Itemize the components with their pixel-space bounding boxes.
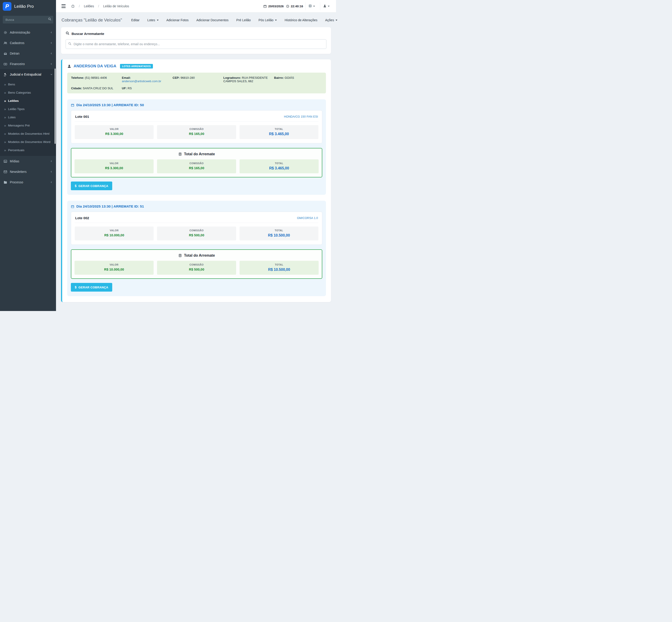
sidebar-item-midias[interactable]: Mídias — [0, 156, 56, 167]
double-angle-icon: » — [4, 132, 6, 135]
home-icon[interactable] — [71, 4, 75, 8]
sidebar-group-judicial: Judicial e Extrajudicial »Bens »Bens Cat… — [0, 69, 56, 156]
sidebar-item-cadastros[interactable]: Cadastros — [0, 38, 56, 48]
page-toolbar: Cobranças "Leilão de Veículos" Editar Lo… — [62, 18, 330, 23]
sidebar-item-mensagens-pre[interactable]: »Mensagens Pré — [0, 121, 56, 130]
gerar-cobranca-button[interactable]: $ GERAR COBRANÇA — [71, 283, 112, 291]
topbar: / Leilões / Leilão de Veículos 20/03/202… — [56, 0, 336, 12]
sidebar-item-detran[interactable]: Detran — [0, 48, 56, 59]
sidebar-item-percentuais[interactable]: »Percentuais — [0, 146, 56, 154]
pre-leilao-button[interactable]: Pré Leilão — [236, 18, 251, 22]
pos-leilao-dropdown[interactable]: Pós Leilão — [258, 18, 277, 22]
sidebar-item-label: Mídias — [10, 160, 19, 163]
total-arremate-stats: VALOR R$ 3.300,00 COMISSÃO R$ 165,00 TOT… — [74, 160, 319, 173]
search-icon — [48, 18, 52, 22]
sidebar-item-label: Judicial e Extrajudicial — [10, 73, 41, 76]
breadcrumb-separator: / — [98, 4, 99, 8]
sidebar-subitem-label: Leilões — [8, 99, 19, 103]
hamburger-menu-icon[interactable] — [60, 3, 67, 9]
valor-value: R$ 3.300,00 — [77, 166, 151, 170]
sidebar-item-lotes[interactable]: »Lotes — [0, 113, 56, 121]
calculator-icon — [178, 152, 182, 156]
sidebar-item-financeiro[interactable]: Financeiro — [0, 59, 56, 69]
total-label: TOTAL — [242, 263, 316, 266]
page-title: Cobranças "Leilão de Veículos" — [62, 18, 122, 23]
valor-value: R$ 10.000,00 — [77, 233, 151, 237]
breadcrumb-leiloes[interactable]: Leilões — [84, 4, 94, 8]
search-icon — [66, 31, 69, 36]
total-label: TOTAL — [242, 128, 316, 130]
total-value: R$ 10.500,00 — [242, 233, 316, 238]
editar-button[interactable]: Editar — [131, 18, 140, 22]
sidebar-item-leilao-tipos[interactable]: »Leilão Tipos — [0, 105, 56, 113]
double-angle-icon: » — [4, 91, 6, 94]
total-label: TOTAL — [242, 162, 316, 165]
lote-card: Lote 001 HONDA/CG 150 FAN ESI VALOR R$ 3… — [71, 110, 322, 143]
sidebar-scrollbar[interactable] — [55, 69, 56, 144]
sidebar-item-label: Administração — [10, 31, 30, 34]
app-logo[interactable]: P — [3, 2, 11, 11]
chevron-left-icon — [50, 181, 53, 183]
total-arremate-box: Total do Arremate VALOR R$ 10.000,00 COM… — [71, 249, 322, 279]
arremate-heading-text: Dia 24/10/2025 13:30 | ARREMATE ID: 51 — [76, 204, 144, 208]
breadcrumb-leilao-de-veiculos: Leilão de Veículos — [103, 4, 129, 8]
sidebar-item-label: Detran — [10, 51, 20, 55]
user-menu-button[interactable] — [320, 2, 332, 10]
contact-uf: UF: RS — [122, 87, 170, 90]
caret-down-icon — [313, 6, 315, 7]
historico-alteracoes-button[interactable]: Histórico de Alterações — [285, 18, 317, 22]
sidebar-nav: Administração Cadastros Detran Financeir… — [0, 27, 56, 187]
sidebar-item-judicial-e-extrajudicial[interactable]: Judicial e Extrajudicial — [0, 69, 56, 80]
sidebar-subitem-label: Mensagens Pré — [8, 124, 30, 127]
envelope-icon — [3, 170, 7, 174]
sidebar-item-label: Cadastros — [10, 41, 25, 45]
comissao-stat: COMISSÃO R$ 165,00 — [157, 160, 236, 173]
quick-add-button[interactable] — [306, 2, 318, 10]
sidebar-item-modelos-documentos-word[interactable]: »Modelos de Documentos Word — [0, 138, 56, 146]
sidebar-item-processo[interactable]: Processo — [0, 177, 56, 187]
sidebar-subitem-label: Modelos de Documentos Word — [8, 140, 50, 144]
adicionar-fotos-button[interactable]: Adicionar Fotos — [166, 18, 189, 22]
comissao-value: R$ 165,00 — [159, 132, 234, 136]
sidebar-item-bens[interactable]: »Bens — [0, 80, 56, 89]
time-text: 22:40:16 — [291, 5, 303, 8]
sidebar: P Leilão Pro Administração Cadastros — [0, 0, 56, 311]
plus-square-icon — [308, 4, 312, 8]
bidder-header: ANDERSON DA VEIGA LOTES ARREMATADOS — [67, 64, 326, 69]
sidebar-subitem-label: Bens — [8, 83, 15, 86]
calendar-icon — [71, 103, 74, 107]
adicionar-documentos-button[interactable]: Adicionar Documentos — [196, 18, 229, 22]
buscar-arrematante-input[interactable] — [66, 39, 326, 49]
contact-bairro: Bairro: GOIÁS — [274, 76, 322, 83]
sidebar-item-modelos-documentos-html[interactable]: »Modelos de Documentos Html — [0, 130, 56, 138]
sidebar-subitem-label: Lotes — [8, 115, 15, 119]
contact-logradouro: Logradouro: RUA PRESIDENTE CAMPOS SALES,… — [223, 76, 271, 83]
gerar-cobranca-button[interactable]: $ GERAR COBRANÇA — [71, 181, 112, 190]
chevron-left-icon — [50, 63, 53, 65]
sidebar-item-newsletters[interactable]: Newsletters — [0, 167, 56, 177]
valor-label: VALOR — [77, 162, 151, 165]
sidebar-item-administracao[interactable]: Administração — [0, 27, 56, 38]
sidebar-search-button[interactable] — [48, 18, 52, 22]
search-icon — [68, 42, 71, 46]
vehicle-link[interactable]: GM/CORSA 1.0 — [297, 216, 318, 220]
contact-cep: CEP: 96810-280 — [172, 76, 221, 83]
sidebar-item-label: Financeiro — [10, 62, 25, 66]
email-link[interactable]: anderson@artisticweb.com.br — [122, 79, 161, 83]
lote-header: Lote 001 HONDA/CG 150 FAN ESI — [75, 114, 318, 122]
comissao-stat: COMISSÃO R$ 165,00 — [157, 125, 236, 139]
sidebar-item-leiloes[interactable]: »Leilões — [0, 97, 56, 105]
vehicle-link[interactable]: HONDA/CG 150 FAN ESI — [284, 115, 318, 118]
total-stat: TOTAL R$ 10.500,00 — [239, 227, 318, 240]
main-area: / Leilões / Leilão de Veículos 20/03/202… — [56, 0, 336, 311]
lotes-dropdown[interactable]: Lotes — [147, 18, 158, 22]
money-icon — [3, 62, 7, 66]
total-stat: TOTAL R$ 10.500,00 — [239, 261, 319, 275]
acoes-dropdown[interactable]: Ações — [325, 18, 338, 22]
chevron-left-icon — [50, 160, 53, 163]
sidebar-item-bens-categorias[interactable]: »Bens Categorias — [0, 89, 56, 97]
sidebar-search-input[interactable] — [3, 16, 53, 24]
arremate-section-51: Dia 24/10/2025 13:30 | ARREMATE ID: 51 L… — [67, 201, 326, 296]
total-stat: TOTAL R$ 3.465,00 — [239, 160, 319, 173]
sidebar-item-label: Newsletters — [10, 170, 27, 174]
